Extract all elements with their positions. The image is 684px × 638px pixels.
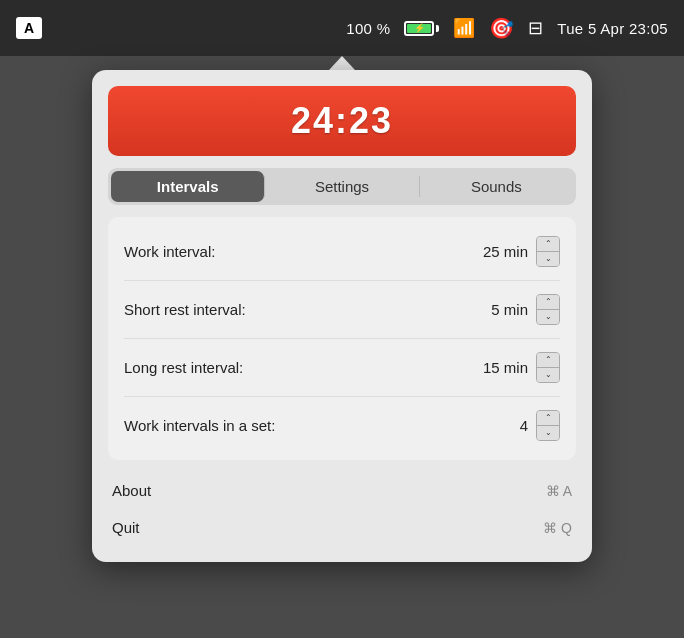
- tab-intervals[interactable]: Intervals: [111, 171, 264, 202]
- tab-settings[interactable]: Settings: [265, 171, 418, 202]
- work-interval-stepper[interactable]: ⌃ ⌄: [536, 236, 560, 267]
- settings-row-work-set: Work intervals in a set: 4 ⌃ ⌄: [124, 397, 560, 454]
- popup-arrow: [329, 56, 355, 70]
- battery-body: ⚡: [404, 21, 434, 36]
- long-rest-down[interactable]: ⌄: [537, 368, 559, 382]
- menubar: A 100 % ⚡ 📶 🎯 ⊟ Tue 5 Apr 23:05: [0, 0, 684, 56]
- settings-row-work: Work interval: 25 min ⌃ ⌄: [124, 223, 560, 281]
- short-rest-up[interactable]: ⌃: [537, 295, 559, 309]
- work-set-label: Work intervals in a set:: [124, 417, 275, 434]
- short-rest-label: Short rest interval:: [124, 301, 246, 318]
- app-icon-layers[interactable]: ⊟: [528, 17, 543, 39]
- quit-menu-item[interactable]: Quit ⌘ Q: [108, 509, 576, 546]
- long-rest-up[interactable]: ⌃: [537, 353, 559, 367]
- work-set-stepper[interactable]: ⌃ ⌄: [536, 410, 560, 441]
- battery-icon: ⚡: [404, 21, 439, 36]
- quit-shortcut: ⌘ Q: [543, 520, 572, 536]
- work-interval-value: 25 min: [473, 243, 528, 260]
- short-rest-down[interactable]: ⌄: [537, 310, 559, 324]
- popup: 24:23 Intervals Settings Sounds Work int…: [92, 70, 592, 562]
- menubar-left: A: [16, 17, 42, 39]
- work-set-value: 4: [473, 417, 528, 434]
- battery-percent: 100 %: [346, 20, 390, 37]
- about-label: About: [112, 482, 151, 499]
- battery-bolt: ⚡: [414, 23, 425, 33]
- battery-tip: [436, 25, 439, 32]
- tab-sounds[interactable]: Sounds: [420, 171, 573, 202]
- work-interval-label: Work interval:: [124, 243, 215, 260]
- about-shortcut: ⌘ A: [546, 483, 572, 499]
- work-interval-down[interactable]: ⌄: [537, 252, 559, 266]
- short-rest-value-group: 5 min ⌃ ⌄: [473, 294, 560, 325]
- work-set-up[interactable]: ⌃: [537, 411, 559, 425]
- long-rest-label: Long rest interval:: [124, 359, 243, 376]
- app-icon-w[interactable]: 🎯: [489, 16, 514, 40]
- work-interval-up[interactable]: ⌃: [537, 237, 559, 251]
- a-menu-icon[interactable]: A: [16, 17, 42, 39]
- menubar-right: 100 % ⚡ 📶 🎯 ⊟ Tue 5 Apr 23:05: [346, 16, 668, 40]
- settings-panel: Work interval: 25 min ⌃ ⌄ Short rest int…: [108, 217, 576, 460]
- timer-display: 24:23: [291, 100, 393, 141]
- tab-bar: Intervals Settings Sounds: [108, 168, 576, 205]
- work-interval-value-group: 25 min ⌃ ⌄: [473, 236, 560, 267]
- short-rest-stepper[interactable]: ⌃ ⌄: [536, 294, 560, 325]
- work-set-down[interactable]: ⌄: [537, 426, 559, 440]
- datetime: Tue 5 Apr 23:05: [557, 20, 668, 37]
- quit-label: Quit: [112, 519, 140, 536]
- long-rest-value: 15 min: [473, 359, 528, 376]
- about-menu-item[interactable]: About ⌘ A: [108, 472, 576, 509]
- settings-row-long-rest: Long rest interval: 15 min ⌃ ⌄: [124, 339, 560, 397]
- menu-items: About ⌘ A Quit ⌘ Q: [108, 472, 576, 546]
- timer-button[interactable]: 24:23: [108, 86, 576, 156]
- long-rest-stepper[interactable]: ⌃ ⌄: [536, 352, 560, 383]
- work-set-value-group: 4 ⌃ ⌄: [473, 410, 560, 441]
- a-label: A: [24, 20, 34, 36]
- wifi-icon: 📶: [453, 17, 475, 39]
- long-rest-value-group: 15 min ⌃ ⌄: [473, 352, 560, 383]
- settings-row-short-rest: Short rest interval: 5 min ⌃ ⌄: [124, 281, 560, 339]
- short-rest-value: 5 min: [473, 301, 528, 318]
